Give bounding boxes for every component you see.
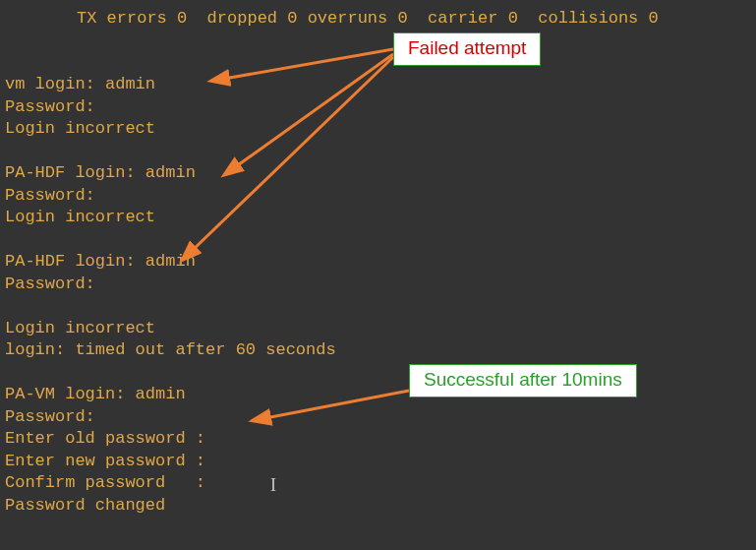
console-lines: vm login: admin Password: Login incorrec… bbox=[5, 74, 336, 517]
callout-successful: Successful after 10mins bbox=[409, 364, 637, 397]
callout-failed-attempt: Failed attempt bbox=[393, 32, 541, 66]
tx-status-line: TX errors 0 dropped 0 overruns 0 carrier… bbox=[77, 8, 659, 31]
terminal-output: TX errors 0 dropped 0 overruns 0 carrier… bbox=[0, 0, 25, 75]
